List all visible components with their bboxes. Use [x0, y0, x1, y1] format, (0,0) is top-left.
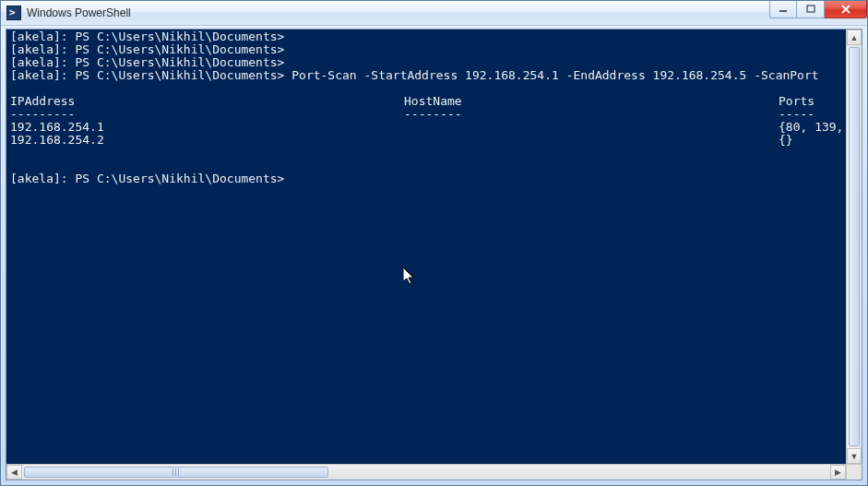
- vertical-scroll-thumb[interactable]: [849, 47, 860, 446]
- svg-rect-0: [779, 10, 787, 12]
- cell-ports: {}: [779, 134, 793, 147]
- console-output[interactable]: [akela]: PS C:\Users\Nikhil\Documents> […: [6, 30, 846, 464]
- maximize-button[interactable]: [797, 1, 825, 18]
- close-icon: [840, 5, 851, 14]
- col-header-ip: IPAddress: [10, 95, 404, 108]
- prompt-line: [akela]: PS C:\Users\Nikhil\Documents>: [10, 42, 284, 56]
- console-frame: [akela]: PS C:\Users\Nikhil\Documents> […: [6, 29, 862, 480]
- window-controls: [769, 1, 867, 25]
- cell-ip: 192.168.254.2: [10, 134, 404, 147]
- col-header-host: HostName: [404, 95, 779, 108]
- window-title: Windows PowerShell: [27, 6, 131, 19]
- powershell-window: Windows PowerShell [akela]: PS C:\Users\…: [0, 0, 868, 486]
- col-dash-host: --------: [404, 108, 779, 121]
- powershell-icon: [6, 6, 21, 20]
- col-dash-ports: -----: [779, 108, 814, 121]
- scroll-up-button[interactable]: ▲: [847, 30, 862, 45]
- prompt-line: [akela]: PS C:\Users\Nikhil\Documents>: [10, 30, 284, 43]
- horizontal-scroll-thumb[interactable]: [24, 467, 328, 478]
- cell-ip: 192.168.254.1: [10, 121, 404, 134]
- svg-rect-1: [807, 6, 814, 12]
- prompt-line: [akela]: PS C:\Users\Nikhil\Documents>: [10, 55, 284, 69]
- title-bar[interactable]: Windows PowerShell: [1, 1, 867, 26]
- scroll-down-button[interactable]: ▼: [847, 448, 862, 464]
- maximize-icon: [806, 5, 815, 14]
- col-dash-ip: ---------: [10, 108, 404, 121]
- col-header-ports: Ports: [779, 95, 814, 108]
- scroll-right-button[interactable]: ▶: [830, 465, 846, 480]
- scrollbar-corner: [846, 465, 862, 480]
- minimize-button[interactable]: [769, 1, 797, 18]
- scroll-left-button[interactable]: ◀: [6, 465, 22, 480]
- vertical-scrollbar[interactable]: ▲ ▼: [846, 30, 862, 464]
- cell-ports: {80, 139, 445: [779, 121, 846, 134]
- horizontal-scrollbar[interactable]: ◀ ▶: [6, 464, 862, 480]
- prompt-line: [akela]: PS C:\Users\Nikhil\Documents> P…: [10, 68, 819, 82]
- minimize-icon: [779, 5, 788, 14]
- close-button[interactable]: [825, 1, 867, 18]
- prompt-line: [akela]: PS C:\Users\Nikhil\Documents>: [10, 172, 291, 185]
